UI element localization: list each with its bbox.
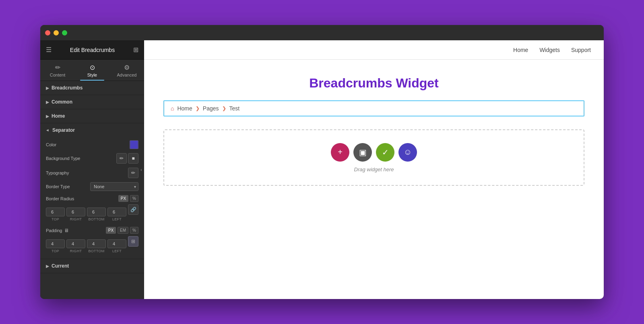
maximize-button[interactable] — [62, 30, 67, 35]
section-home-header[interactable]: ▶ Home — [40, 109, 144, 123]
pad-link-btn[interactable]: ⊞ — [128, 236, 138, 247]
nav-support[interactable]: Support — [571, 47, 591, 53]
br-unit-px[interactable]: PX — [118, 195, 128, 202]
padding-unit-px[interactable]: PX — [106, 227, 116, 234]
section-common-header[interactable]: ▶ Common — [40, 95, 144, 109]
bg-type-row: Background Type ✏ ■ — [46, 153, 138, 164]
border-radius-inputs: TOP RIGHT BOTTOM — [46, 204, 138, 221]
br-right-group: RIGHT — [66, 208, 85, 221]
minimize-button[interactable] — [54, 30, 59, 35]
tab-advanced-label: Advanced — [117, 73, 137, 77]
tab-content[interactable]: ✏ Content — [40, 60, 75, 81]
border-radius-label: Border Radius — [46, 196, 74, 201]
pad-left-input[interactable] — [107, 239, 126, 248]
section-breadcrumbs-header[interactable]: ▶ Breadcrumbs — [40, 81, 144, 95]
section-separator: ▼ Separator Color Background Type ✏ ■ — [40, 123, 144, 259]
section-separator-header[interactable]: ▼ Separator — [40, 123, 144, 137]
section-current-header[interactable]: ▶ Current — [40, 259, 144, 273]
pad-bottom-input[interactable] — [87, 239, 106, 248]
padding-unit-em[interactable]: EM — [118, 227, 128, 234]
pad-top-group: TOP — [46, 239, 65, 253]
pad-top-input[interactable] — [46, 239, 65, 248]
padding-unit-toggle: PX EM % — [106, 227, 138, 234]
close-button[interactable] — [45, 30, 50, 35]
section-current: ▶ Current — [40, 259, 144, 273]
breadcrumbs-arrow: ▶ — [46, 86, 49, 90]
section-breadcrumbs: ▶ Breadcrumbs — [40, 81, 144, 95]
page-title: Breadcrumbs Widget — [163, 76, 584, 91]
drag-area: + ▣ ✓ ☺ Drag widget here — [163, 129, 584, 186]
br-left-group: LEFT — [107, 208, 126, 221]
nav-home[interactable]: Home — [513, 47, 528, 53]
padding-unit-percent[interactable]: % — [130, 227, 138, 234]
typography-edit-btn[interactable]: ✏ — [128, 168, 138, 178]
typography-label: Typography — [46, 170, 69, 175]
tab-advanced[interactable]: ⚙ Advanced — [109, 60, 144, 81]
tab-style[interactable]: ⊙ Style — [75, 60, 109, 81]
app-window: ☰ Edit Breadcrumbs ⊞ ✏ Content ⊙ Style ⚙… — [40, 25, 604, 299]
smiley-button[interactable]: ☺ — [398, 143, 417, 162]
preview-nav: Home Widgets Support — [144, 40, 604, 60]
pad-right-label: RIGHT — [70, 249, 82, 253]
content-tab-icon: ✏ — [55, 64, 60, 71]
add-widget-button[interactable]: + — [331, 143, 349, 162]
nav-widgets[interactable]: Widgets — [539, 47, 560, 53]
section-breadcrumbs-label: Breadcrumbs — [52, 85, 83, 91]
tab-content-label: Content — [50, 73, 66, 77]
color-label: Color — [46, 142, 56, 147]
br-unit-toggle: PX % — [118, 195, 138, 202]
separator-arrow: ▼ — [45, 128, 50, 132]
breadcrumb-widget: ⌂ Home ❯ Pages ❯ Test — [163, 100, 584, 116]
monitor-icon: 🖥 — [64, 228, 69, 233]
border-type-select[interactable]: None Solid Dashed Dotted Double Groove — [90, 182, 138, 191]
bg-paint-btn[interactable]: ✏ — [116, 153, 127, 164]
br-left-input[interactable] — [107, 208, 126, 216]
section-home: ▶ Home — [40, 109, 144, 123]
section-current-label: Current — [52, 263, 69, 269]
bc-home[interactable]: Home — [177, 105, 192, 112]
bc-pages[interactable]: Pages — [203, 105, 219, 112]
border-type-row: Border Type None Solid Dashed Dotted Dou… — [46, 182, 138, 191]
section-common: ▶ Common — [40, 95, 144, 109]
padding-inputs: TOP RIGHT BOTTOM — [46, 236, 138, 253]
tab-style-label: Style — [87, 73, 97, 77]
br-unit-percent[interactable]: % — [130, 195, 138, 202]
br-right-label: RIGHT — [70, 217, 82, 221]
common-arrow: ▶ — [46, 100, 49, 104]
typography-row: Typography ✏ — [46, 168, 138, 178]
bg-type-buttons: ✏ ■ — [116, 153, 138, 164]
br-top-input[interactable] — [46, 208, 65, 216]
sidebar-header: ☰ Edit Breadcrumbs ⊞ — [40, 40, 144, 60]
br-link-btn[interactable]: 🔗 — [128, 204, 138, 215]
border-radius-section: Border Radius PX % TOP — [46, 195, 138, 221]
pad-left-label: LEFT — [112, 249, 122, 253]
br-top-group: TOP — [46, 208, 65, 221]
pad-right-input[interactable] — [66, 239, 85, 248]
section-separator-label: Separator — [52, 127, 75, 133]
grid-icon[interactable]: ⊞ — [133, 46, 138, 54]
sidebar-title: Edit Breadcrumbs — [70, 47, 115, 53]
titlebar — [40, 25, 604, 40]
pad-bottom-label: BOTTOM — [88, 249, 104, 253]
pad-top-label: TOP — [52, 249, 59, 253]
breadcrumb-home-icon: ⌂ — [171, 105, 174, 112]
color-picker[interactable] — [130, 140, 138, 149]
bc-sep-2: ❯ — [222, 106, 226, 111]
br-top-label: TOP — [52, 217, 59, 221]
current-arrow: ▶ — [46, 264, 49, 268]
sidebar-tabs: ✏ Content ⊙ Style ⚙ Advanced — [40, 60, 144, 81]
hamburger-icon[interactable]: ☰ — [46, 46, 52, 54]
pad-right-group: RIGHT — [66, 239, 85, 253]
bg-type-label: Background Type — [46, 156, 80, 161]
bg-square-btn[interactable]: ■ — [128, 153, 138, 164]
home-arrow: ▶ — [46, 114, 49, 118]
bc-test[interactable]: Test — [229, 105, 240, 112]
folder-button[interactable]: ▣ — [353, 143, 372, 162]
preview-body: Breadcrumbs Widget ⌂ Home ❯ Pages ❯ Test… — [144, 60, 604, 299]
pad-bottom-group: BOTTOM — [87, 239, 106, 253]
check-button[interactable]: ✓ — [376, 143, 394, 162]
br-right-input[interactable] — [66, 208, 85, 216]
br-bottom-input[interactable] — [87, 208, 106, 216]
sidebar-collapse-toggle[interactable]: ‹ — [138, 162, 144, 178]
color-row: Color — [46, 140, 138, 149]
